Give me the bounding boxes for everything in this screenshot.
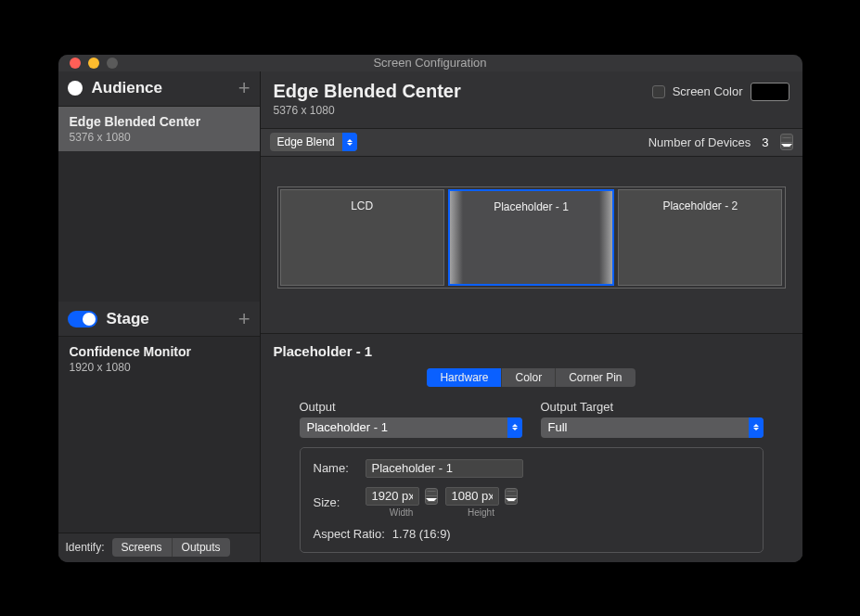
name-input[interactable] (366, 459, 523, 478)
chevron-up-icon[interactable] (781, 135, 792, 143)
header-right: Screen Color (652, 83, 789, 101)
properties-panel: Placeholder - 1 Hardware Color Corner Pi… (261, 333, 802, 562)
add-audience-button[interactable]: + (238, 76, 250, 100)
identify-segment: Screens Outputs (112, 538, 230, 557)
display-row: LCD Placeholder - 1 Placeholder - 2 (277, 186, 786, 289)
aspect-row: Aspect Ratio: 1.78 (16:9) (314, 527, 750, 541)
audience-item-name: Edge Blended Center (70, 114, 249, 129)
audience-list: Edge Blended Center 5376 x 1080 (58, 107, 260, 302)
output-target-select[interactable]: Full (541, 417, 764, 438)
main-header: Edge Blended Center 5376 x 1080 Screen C… (261, 71, 802, 129)
select-arrows-icon (749, 417, 764, 438)
aspect-value: 1.78 (16:9) (392, 527, 451, 541)
stage-item-dim: 1920 x 1080 (70, 361, 249, 374)
aspect-label: Aspect Ratio: (314, 527, 385, 541)
tab-color[interactable]: Color (501, 368, 555, 387)
stage-toggle[interactable] (68, 311, 97, 327)
chevron-down-icon[interactable] (781, 143, 792, 150)
blend-edge-left-icon (450, 191, 463, 284)
main-panel: Edge Blended Center 5376 x 1080 Screen C… (261, 71, 802, 562)
blend-mode-select[interactable]: Edge Blend (270, 133, 357, 151)
size-row: Size: Width (314, 487, 750, 518)
num-devices-stepper[interactable] (780, 134, 793, 150)
screen-color-label: Screen Color (673, 84, 743, 98)
height-caption: Height (468, 507, 494, 518)
output-label: Output (300, 400, 522, 414)
blend-edge-right-icon (599, 191, 612, 284)
display-label: Placeholder - 2 (662, 199, 738, 212)
output-target-value: Full (541, 420, 749, 434)
page-title: Edge Blended Center (274, 81, 652, 102)
audience-section-header: Audience + (58, 71, 260, 107)
select-arrows-icon (507, 417, 522, 438)
width-col: Width (366, 487, 438, 518)
zoom-icon (107, 58, 118, 69)
screen-color-checkbox[interactable] (652, 85, 665, 98)
stage-section-header: Stage + (58, 302, 260, 337)
height-input[interactable] (445, 487, 499, 506)
display-placeholder-2[interactable]: Placeholder - 2 (618, 189, 782, 286)
display-label: LCD (351, 199, 373, 212)
minimize-icon[interactable] (88, 58, 99, 69)
close-icon[interactable] (70, 58, 81, 69)
output-col: Output Placeholder - 1 (300, 400, 522, 438)
screen-color-well[interactable] (751, 83, 789, 101)
select-arrows-icon (342, 133, 357, 151)
detail-box: Name: Size: Width (300, 447, 764, 553)
properties-title: Placeholder - 1 (274, 343, 789, 359)
output-select[interactable]: Placeholder - 1 (300, 417, 522, 438)
name-row: Name: (314, 459, 750, 478)
identify-screens-button[interactable]: Screens (112, 538, 172, 557)
app-window: Screen Configuration Audience + Edge Ble… (58, 55, 802, 562)
audience-label: Audience (92, 79, 238, 97)
display-placeholder-1[interactable]: Placeholder - 1 (448, 189, 614, 286)
audience-indicator-icon (68, 81, 83, 96)
header-left: Edge Blended Center 5376 x 1080 (274, 81, 652, 117)
output-row: Output Placeholder - 1 Output Target Ful… (274, 400, 789, 438)
properties-tabs: Hardware Color Corner Pin (274, 368, 789, 387)
display-label: Placeholder - 1 (494, 200, 569, 213)
window-controls (70, 58, 118, 69)
num-devices-value: 3 (762, 135, 768, 149)
output-target-col: Output Target Full (541, 400, 764, 438)
page-subtitle: 5376 x 1080 (274, 104, 652, 117)
toolbar: Edge Blend Number of Devices 3 (261, 129, 802, 157)
tab-hardware[interactable]: Hardware (427, 368, 501, 387)
stage-label: Stage (107, 310, 238, 328)
size-label: Size: (314, 495, 358, 509)
height-col: Height (445, 487, 518, 518)
height-stepper[interactable] (505, 488, 518, 505)
width-caption: Width (390, 507, 414, 518)
window-title: Screen Configuration (58, 56, 802, 70)
body: Audience + Edge Blended Center 5376 x 10… (58, 71, 802, 562)
identify-bar: Identify: Screens Outputs (58, 533, 260, 562)
width-input[interactable] (366, 487, 419, 506)
display-lcd[interactable]: LCD (280, 189, 444, 286)
width-stepper[interactable] (425, 488, 438, 505)
display-canvas: LCD Placeholder - 1 Placeholder - 2 (261, 157, 802, 333)
tab-corner-pin[interactable]: Corner Pin (555, 368, 635, 387)
add-stage-button[interactable]: + (238, 307, 250, 331)
stage-item-name: Confidence Monitor (70, 344, 249, 359)
identify-label: Identify: (66, 541, 105, 554)
titlebar: Screen Configuration (58, 55, 802, 71)
output-value: Placeholder - 1 (300, 420, 507, 434)
stage-item[interactable]: Confidence Monitor 1920 x 1080 (58, 337, 260, 381)
stage-list: Confidence Monitor 1920 x 1080 (58, 337, 260, 533)
name-label: Name: (314, 461, 358, 475)
audience-item[interactable]: Edge Blended Center 5376 x 1080 (58, 107, 260, 151)
audience-item-dim: 5376 x 1080 (70, 131, 249, 144)
tabs-segment: Hardware Color Corner Pin (427, 368, 635, 387)
output-target-label: Output Target (541, 400, 764, 414)
identify-outputs-button[interactable]: Outputs (172, 538, 230, 557)
blend-mode-value: Edge Blend (270, 135, 342, 148)
sidebar: Audience + Edge Blended Center 5376 x 10… (58, 71, 261, 562)
num-devices-label: Number of Devices (648, 135, 751, 149)
